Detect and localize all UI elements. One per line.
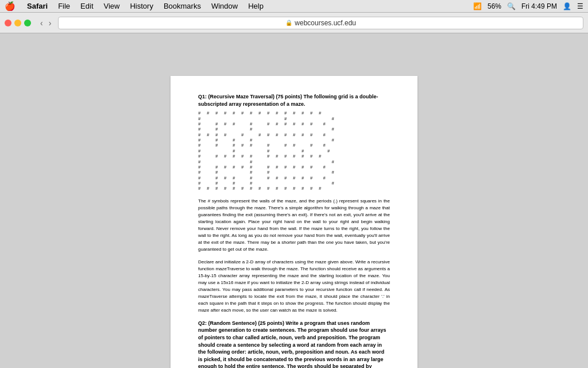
fullscreen-button[interactable] — [24, 20, 31, 26]
menubar-left: 🍎 Safari File Edit View History Bookmark… — [5, 1, 265, 12]
edit-menu[interactable]: Edit — [79, 2, 94, 10]
traffic-lights — [5, 20, 31, 26]
maze-row: # # # # # — [198, 181, 390, 186]
q1-title-text: Q1: (Recursive Maze Traversal) (75 point… — [198, 94, 304, 99]
maze-row: # # # # # # # # # # # # — [198, 176, 390, 181]
address-bar[interactable]: 🔒 webcourses.ucf.edu — [58, 17, 583, 29]
maze-row: # # # # # — [198, 149, 390, 154]
q1-title: Q1: (Recursive Maze Traversal) (75 point… — [198, 93, 390, 108]
minimize-button[interactable] — [14, 20, 21, 26]
menu-icon[interactable]: ☰ — [577, 2, 583, 10]
q1-body1: The # symbols represent the walls of the… — [198, 198, 390, 253]
help-menu[interactable]: Help — [247, 2, 265, 10]
q2-body-text: Write a program that uses random number … — [198, 320, 386, 368]
document-page: Q1: (Recursive Maze Traversal) (75 point… — [171, 76, 417, 368]
apple-menu[interactable]: 🍎 — [5, 1, 16, 12]
view-menu[interactable]: View — [103, 2, 121, 10]
safari-menu[interactable]: Safari — [26, 2, 49, 10]
profile-icon[interactable]: 👤 — [563, 2, 571, 10]
lock-icon: 🔒 — [285, 20, 292, 26]
close-button[interactable] — [5, 20, 11, 26]
file-menu[interactable]: File — [57, 2, 71, 10]
wifi-icon: 📶 — [473, 2, 482, 10]
back-button[interactable]: ‹ — [38, 18, 45, 28]
menubar-right: 📶 56% 🔍 Fri 4:49 PM 👤 ☰ — [473, 2, 583, 10]
time-display: Fri 4:49 PM — [521, 2, 557, 10]
maze-grid: # # # # # # # # # # # # # # ## # ## # # … — [198, 111, 390, 192]
maze-row: # # # — [198, 160, 390, 165]
maze-row: # # # # # # # # # # # # # # # — [198, 186, 390, 191]
maze-row: # # # # # # # # # # — [198, 143, 390, 148]
maze-row: # # # # # # # # # # # # # — [198, 133, 390, 138]
q2-title-text: Q2: (Random Sentence) (25 points) — [198, 320, 286, 326]
menu-bar: 🍎 Safari File Edit View History Bookmark… — [0, 0, 588, 13]
bookmarks-menu[interactable]: Bookmarks — [163, 2, 202, 10]
q2-title: Q2: (Random Sentence) (25 points) Write … — [198, 320, 390, 368]
maze-row: # # # # # — [198, 138, 390, 143]
history-menu[interactable]: History — [129, 2, 154, 10]
maze-row: # # # # # # # # # # # # — [198, 122, 390, 127]
battery-indicator: 56% — [488, 2, 501, 10]
maze-row: # # # # — [198, 127, 390, 132]
browser-toolbar: ‹ › 🔒 webcourses.ucf.edu — [0, 13, 588, 33]
maze-row: # # # # # — [198, 170, 390, 175]
url-display: webcourses.ucf.edu — [295, 19, 356, 27]
nav-buttons: ‹ › — [38, 18, 53, 28]
page-content: Q1: (Recursive Maze Traversal) (75 point… — [0, 67, 588, 368]
maze-row: # # # # # # # # # # # # # — [198, 165, 390, 170]
window-menu[interactable]: Window — [210, 2, 239, 10]
maze-row: # # # # # # # # # # # # # # # — [198, 111, 390, 116]
forward-button[interactable]: › — [47, 18, 54, 28]
maze-row: # # # — [198, 117, 390, 122]
q1-body2: Declare and initialize a 2-D array of ch… — [198, 259, 390, 314]
maze-row: # # # # # # # # # # # # # — [198, 154, 390, 159]
search-icon[interactable]: 🔍 — [507, 2, 516, 10]
